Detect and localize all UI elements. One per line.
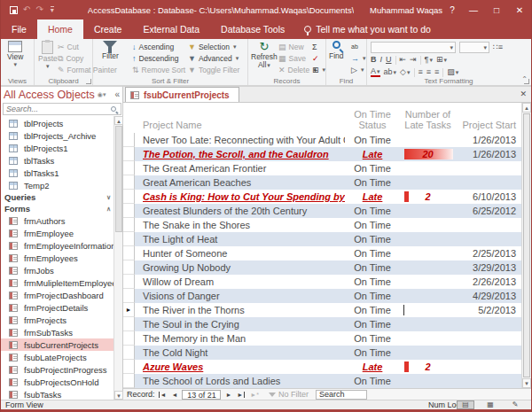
- background-image-button[interactable]: ▨: [447, 67, 458, 77]
- section-forms[interactable]: Forms ∧: [1, 203, 114, 214]
- tell-me-box[interactable]: Tell me what you want to do: [295, 19, 440, 39]
- cell-project-name[interactable]: Never Too Late: Reconnecting with Your A…: [135, 133, 345, 147]
- filter-button[interactable]: Filter: [102, 41, 119, 60]
- decrease-indent-button[interactable]: ⇤: [400, 55, 407, 65]
- cell-late-tasks[interactable]: [400, 346, 456, 360]
- align-right-button[interactable]: ≡: [434, 67, 439, 77]
- nav-scrollbar[interactable]: ▲ ▼: [113, 116, 122, 400]
- cell-late-tasks[interactable]: [400, 289, 456, 303]
- cell-project-name[interactable]: The Snake in the Shores: [135, 218, 345, 232]
- record-selector[interactable]: [123, 232, 135, 246]
- sidebar-item-frmProjects[interactable]: frmProjects: [1, 314, 114, 326]
- cell-project-start[interactable]: [456, 317, 516, 331]
- sidebar-item-frmEmployees[interactable]: frmEmployees: [1, 252, 114, 264]
- clipboard-dialog-launcher[interactable]: [86, 79, 91, 84]
- more-button[interactable]: ⊞: [312, 65, 325, 75]
- nav-pane-menu-icon[interactable]: ◉▾: [98, 91, 106, 98]
- first-record-button[interactable]: ◄: [159, 392, 169, 398]
- cell-project-start[interactable]: [456, 218, 516, 232]
- close-button[interactable]: ✕: [508, 5, 531, 15]
- cell-project-start[interactable]: 5/2/2013: [456, 303, 516, 317]
- table-row[interactable]: Growing Up NobodyOn Time3/29/2013: [123, 260, 521, 275]
- cell-project-start[interactable]: 2/26/2013: [456, 275, 516, 289]
- table-row[interactable]: The Light of HeatOn Time: [123, 232, 521, 246]
- cell-on-time-status[interactable]: On Time: [345, 317, 400, 331]
- cell-on-time-status[interactable]: On Time: [345, 374, 400, 388]
- cell-late-tasks[interactable]: [400, 303, 456, 317]
- underline-button[interactable]: U: [386, 55, 392, 65]
- sidebar-item-fsubLateProjects[interactable]: fsubLateProjects: [1, 351, 114, 363]
- table-row[interactable]: Cash is King: How to Cut Your Spending b…: [123, 190, 521, 204]
- cell-project-name[interactable]: The Great American Frontier: [135, 161, 345, 175]
- cell-project-name[interactable]: The School of Lords and Ladies: [135, 374, 345, 388]
- advanced-button[interactable]: ▼Advanced: [188, 53, 239, 64]
- record-selector[interactable]: [123, 190, 135, 204]
- sidebar-item-tblProjects[interactable]: tblProjects: [1, 117, 114, 129]
- filter-status-label[interactable]: No Filter: [278, 390, 309, 399]
- sidebar-item-frmJobs[interactable]: frmJobs: [1, 264, 114, 276]
- cell-on-time-status[interactable]: On Time: [345, 275, 400, 289]
- sidebar-item-fsubProjectsOnHold[interactable]: fsubProjectsOnHold: [1, 376, 114, 388]
- italic-button[interactable]: I: [380, 55, 383, 65]
- bullets-icon[interactable]: ∷≡: [493, 43, 503, 52]
- sidebar-item-frmProjectDetails[interactable]: frmProjectDetails: [1, 301, 114, 314]
- cell-project-name[interactable]: Visions of Danger: [135, 289, 345, 303]
- cell-late-tasks[interactable]: 2: [400, 190, 456, 204]
- font-color-button[interactable]: A: [371, 67, 380, 77]
- scroll-down-icon[interactable]: ▼: [114, 391, 123, 400]
- toggle-filter-button[interactable]: ▼Toggle Filter: [188, 65, 239, 75]
- cell-project-name[interactable]: The Memory in the Man: [135, 331, 345, 346]
- cell-project-start[interactable]: [456, 346, 516, 360]
- cell-late-tasks[interactable]: [400, 246, 456, 260]
- section-queries[interactable]: Queries ∨: [1, 191, 114, 203]
- replace-button[interactable]: ab: [351, 42, 366, 52]
- table-row[interactable]: Great American BeachesOn Time: [123, 175, 521, 190]
- record-selector[interactable]: [123, 331, 135, 346]
- table-row[interactable]: Hunter of SomeoneOn Time2/25/2013: [123, 246, 521, 260]
- table-row[interactable]: Azure WavesLate2: [123, 360, 521, 374]
- text-direction-button[interactable]: ¶: [425, 55, 433, 65]
- cell-late-tasks[interactable]: [400, 275, 456, 289]
- cell-late-tasks[interactable]: [400, 317, 456, 331]
- sidebar-item-fsubProjectInProgress[interactable]: fsubProjectInProgress: [1, 363, 114, 376]
- record-selector[interactable]: ►: [123, 303, 135, 317]
- record-selector[interactable]: [123, 374, 135, 388]
- record-selector[interactable]: [123, 161, 135, 175]
- descending-button[interactable]: ↑Descending: [132, 53, 185, 64]
- cell-on-time-status[interactable]: On Time: [345, 260, 400, 275]
- last-record-button[interactable]: ►: [234, 392, 245, 398]
- cell-project-start[interactable]: [456, 232, 516, 246]
- delete-record-button[interactable]: ✕Delete: [278, 65, 317, 75]
- cell-late-tasks[interactable]: [400, 260, 456, 275]
- document-close-icon[interactable]: ✕: [520, 89, 527, 98]
- cell-project-name[interactable]: Greatest Blunders of the 20th Century: [135, 204, 345, 218]
- customize-qat-icon[interactable]: ▾: [51, 6, 54, 13]
- cell-late-tasks[interactable]: [400, 204, 456, 218]
- redo-icon[interactable]: ↷: [35, 5, 43, 14]
- header-late-tasks[interactable]: Number of Late Tasks: [400, 109, 456, 130]
- cell-late-tasks[interactable]: [400, 374, 456, 388]
- nav-search-box[interactable]: [3, 103, 121, 115]
- new-record-button[interactable]: ▤New: [278, 42, 317, 52]
- scroll-down-icon[interactable]: ▼: [522, 378, 531, 388]
- cell-project-name[interactable]: The Light of Heat: [135, 232, 345, 246]
- nav-scroll-thumb[interactable]: [115, 126, 122, 232]
- spelling-button[interactable]: ✓: [312, 53, 325, 64]
- table-row[interactable]: The Potion, the Scroll, and the Cauldron…: [123, 147, 521, 161]
- sidebar-item-frmEmployee[interactable]: frmEmployee: [1, 227, 114, 239]
- nav-search-input[interactable]: [4, 105, 111, 113]
- cell-on-time-status[interactable]: Late: [345, 360, 400, 374]
- datasheet-view-button[interactable]: ▦: [481, 400, 499, 409]
- sidebar-item-tblTasks1[interactable]: tblTasks1: [1, 167, 114, 179]
- record-selector[interactable]: [123, 289, 135, 303]
- vertical-scrollbar[interactable]: ▲ ▼: [521, 103, 531, 388]
- record-selector[interactable]: [123, 317, 135, 331]
- help-button[interactable]: ?: [442, 5, 462, 15]
- record-selector[interactable]: [123, 147, 135, 161]
- record-search-input[interactable]: [316, 390, 367, 400]
- tab-external-data[interactable]: External Data: [132, 19, 210, 39]
- paste-button[interactable]: Paste ▾: [38, 41, 58, 70]
- goto-button[interactable]: →: [351, 53, 366, 64]
- cell-late-tasks[interactable]: [400, 175, 456, 190]
- cell-project-start[interactable]: [456, 161, 516, 175]
